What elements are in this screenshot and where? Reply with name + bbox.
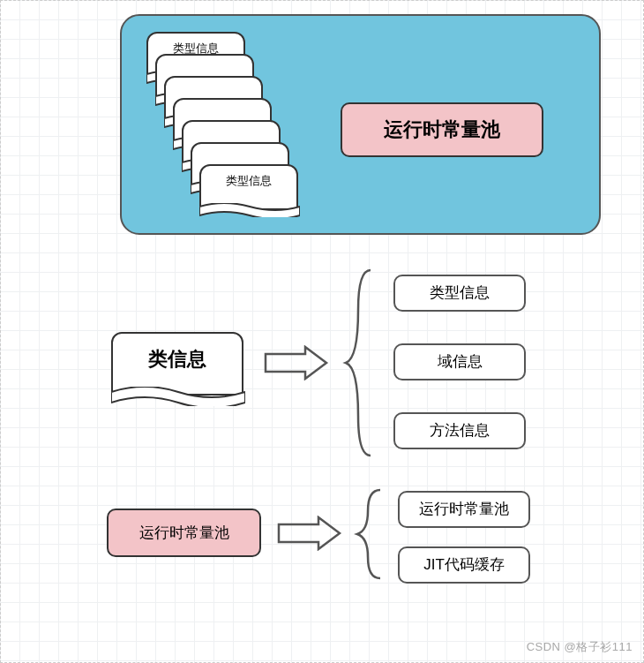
arrow-icon (274, 516, 343, 551)
runtime-pool-item: JIT代码缓存 (398, 546, 530, 584)
label: 方法信息 (430, 422, 490, 439)
label: 域信息 (438, 353, 483, 370)
class-info-source: 类信息 (111, 332, 243, 396)
doc-label: 类型信息 (173, 41, 219, 55)
brace-icon (341, 266, 376, 460)
runtime-pool-item: 运行时常量池 (398, 491, 530, 528)
runtime-constant-pool-box: 运行时常量池 (341, 102, 543, 157)
type-info-doc: 类型信息 (199, 164, 298, 210)
label: 运行时常量池 (139, 524, 229, 541)
runtime-pool-source: 运行时常量池 (107, 509, 261, 557)
watermark: CSDN @格子衫111 (527, 639, 633, 655)
label: 运行时常量池 (419, 501, 509, 517)
label: JIT代码缓存 (423, 556, 505, 573)
label: 类信息 (148, 348, 206, 370)
label: 类型信息 (430, 284, 490, 301)
type-info-stack: 类型信息 类型信息 (146, 32, 279, 208)
class-info-item: 方法信息 (393, 412, 526, 449)
class-info-item: 类型信息 (393, 275, 526, 312)
arrow-icon (261, 345, 330, 380)
brace-icon (352, 486, 386, 582)
class-info-item: 域信息 (393, 343, 526, 380)
label: 运行时常量池 (384, 118, 500, 140)
doc-label: 类型信息 (226, 174, 272, 187)
